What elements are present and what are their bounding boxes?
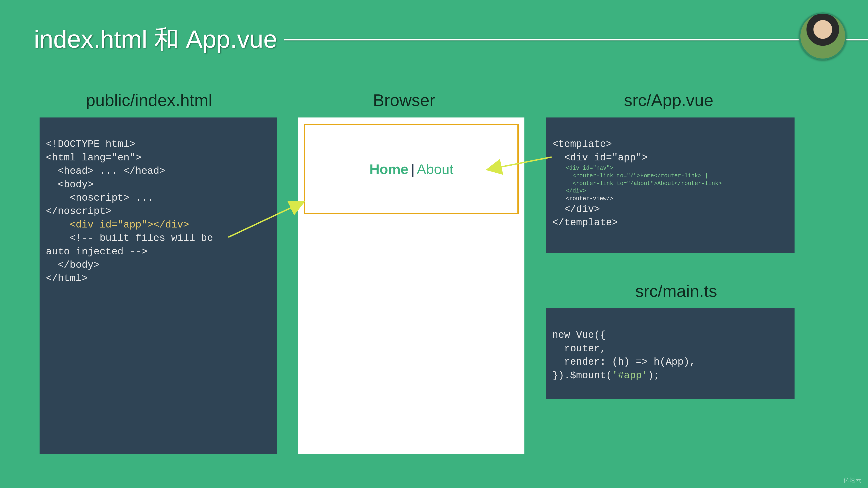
- title-underline: [284, 39, 868, 40]
- heading-app-vue: src/App.vue: [624, 90, 713, 110]
- code-line: <div id="app">: [552, 152, 648, 163]
- code-line: <head> ... </head>: [46, 165, 165, 177]
- code-line-small: <router-link to="/about">About</router-l…: [552, 180, 788, 188]
- heading-index-html: public/index.html: [86, 90, 212, 110]
- watermark: 亿速云: [843, 476, 862, 484]
- code-line-highlight: <div id="app"></div>: [46, 219, 189, 230]
- nav-separator: |: [410, 161, 414, 177]
- code-line: <!DOCTYPE html>: [46, 138, 135, 150]
- code-line: </body>: [46, 259, 100, 271]
- code-line: router,: [552, 343, 606, 354]
- nav-link-about[interactable]: About: [417, 161, 454, 177]
- code-box-index-html: <!DOCTYPE html> <html lang="en"> <head> …: [39, 118, 277, 454]
- code-line: <template>: [552, 138, 612, 150]
- code-line: </div>: [552, 203, 600, 215]
- code-box-app-vue: <template> <div id="app"> <div id="nav">…: [546, 118, 795, 253]
- slide-title: index.html 和 App.vue: [0, 23, 284, 56]
- code-box-main-ts: new Vue({ router, render: (h) => h(App),…: [546, 308, 795, 399]
- code-line: </html>: [46, 273, 88, 284]
- code-line: <noscript> ...: [46, 192, 153, 203]
- heading-browser: Browser: [373, 90, 435, 110]
- code-line: <!-- built files will be: [46, 232, 213, 244]
- code-line: auto injected -->: [46, 246, 147, 257]
- code-line: </noscript>: [46, 205, 112, 217]
- code-line: </template>: [552, 217, 618, 228]
- slide-title-bar: index.html 和 App.vue: [0, 23, 868, 56]
- code-line-small: <router-link to="/">Home</router-link> |: [552, 172, 788, 180]
- avatar: [799, 12, 846, 60]
- code-line: new Vue({: [552, 329, 606, 341]
- heading-main-ts: src/main.ts: [635, 281, 717, 301]
- browser-nav-bar: Home | About: [304, 124, 519, 214]
- code-line: }).$mount('#app');: [552, 370, 659, 381]
- code-line: <body>: [46, 179, 94, 190]
- code-line-small: <router-view/>: [552, 195, 788, 203]
- code-line-small: <div id="nav">: [552, 164, 788, 172]
- code-line: <html lang="en">: [46, 152, 141, 163]
- code-line: render: (h) => h(App),: [552, 356, 695, 367]
- nav-link-home[interactable]: Home: [369, 161, 408, 177]
- code-line-small: </div>: [552, 187, 788, 195]
